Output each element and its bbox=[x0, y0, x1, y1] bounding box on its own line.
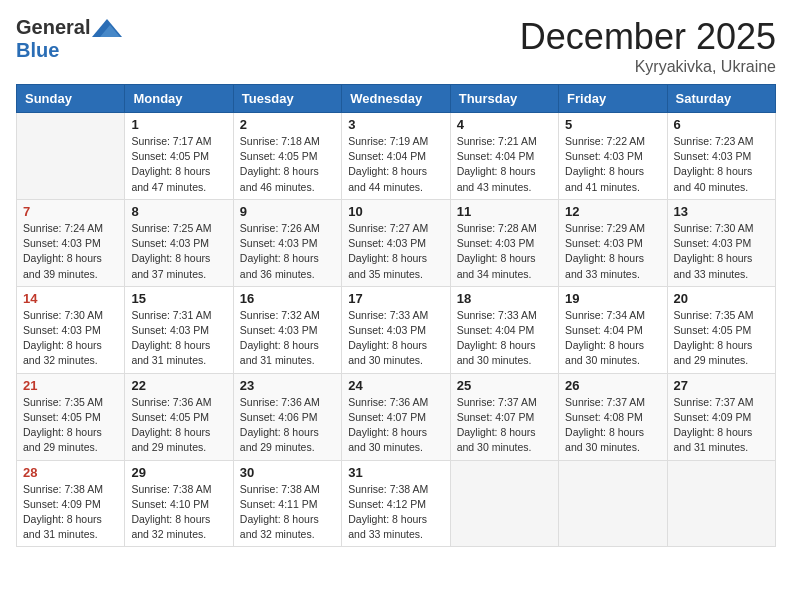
day-info: Sunrise: 7:33 AMSunset: 4:04 PMDaylight:… bbox=[457, 308, 552, 369]
day-info: Sunrise: 7:32 AMSunset: 4:03 PMDaylight:… bbox=[240, 308, 335, 369]
calendar-cell: 22Sunrise: 7:36 AMSunset: 4:05 PMDayligh… bbox=[125, 373, 233, 460]
day-info: Sunrise: 7:38 AMSunset: 4:11 PMDaylight:… bbox=[240, 482, 335, 543]
calendar-cell: 15Sunrise: 7:31 AMSunset: 4:03 PMDayligh… bbox=[125, 286, 233, 373]
calendar-cell: 5Sunrise: 7:22 AMSunset: 4:03 PMDaylight… bbox=[559, 113, 667, 200]
day-number: 11 bbox=[457, 204, 552, 219]
day-info: Sunrise: 7:18 AMSunset: 4:05 PMDaylight:… bbox=[240, 134, 335, 195]
day-number: 2 bbox=[240, 117, 335, 132]
day-info: Sunrise: 7:38 AMSunset: 4:12 PMDaylight:… bbox=[348, 482, 443, 543]
day-info: Sunrise: 7:36 AMSunset: 4:06 PMDaylight:… bbox=[240, 395, 335, 456]
calendar-cell: 8Sunrise: 7:25 AMSunset: 4:03 PMDaylight… bbox=[125, 199, 233, 286]
day-number: 14 bbox=[23, 291, 118, 306]
day-number: 19 bbox=[565, 291, 660, 306]
day-info: Sunrise: 7:27 AMSunset: 4:03 PMDaylight:… bbox=[348, 221, 443, 282]
day-info: Sunrise: 7:21 AMSunset: 4:04 PMDaylight:… bbox=[457, 134, 552, 195]
day-number: 27 bbox=[674, 378, 769, 393]
day-number: 30 bbox=[240, 465, 335, 480]
column-header-thursday: Thursday bbox=[450, 85, 558, 113]
calendar-cell: 21Sunrise: 7:35 AMSunset: 4:05 PMDayligh… bbox=[17, 373, 125, 460]
calendar-cell: 10Sunrise: 7:27 AMSunset: 4:03 PMDayligh… bbox=[342, 199, 450, 286]
day-info: Sunrise: 7:37 AMSunset: 4:08 PMDaylight:… bbox=[565, 395, 660, 456]
day-info: Sunrise: 7:30 AMSunset: 4:03 PMDaylight:… bbox=[674, 221, 769, 282]
calendar-cell: 19Sunrise: 7:34 AMSunset: 4:04 PMDayligh… bbox=[559, 286, 667, 373]
column-header-sunday: Sunday bbox=[17, 85, 125, 113]
calendar-cell: 12Sunrise: 7:29 AMSunset: 4:03 PMDayligh… bbox=[559, 199, 667, 286]
location-text: Kyryakivka, Ukraine bbox=[520, 58, 776, 76]
calendar-cell: 2Sunrise: 7:18 AMSunset: 4:05 PMDaylight… bbox=[233, 113, 341, 200]
day-number: 20 bbox=[674, 291, 769, 306]
day-info: Sunrise: 7:38 AMSunset: 4:09 PMDaylight:… bbox=[23, 482, 118, 543]
calendar-cell: 6Sunrise: 7:23 AMSunset: 4:03 PMDaylight… bbox=[667, 113, 775, 200]
page-header: General Blue December 2025 Kyryakivka, U… bbox=[16, 16, 776, 76]
column-header-wednesday: Wednesday bbox=[342, 85, 450, 113]
title-area: December 2025 Kyryakivka, Ukraine bbox=[520, 16, 776, 76]
day-number: 5 bbox=[565, 117, 660, 132]
calendar-cell: 14Sunrise: 7:30 AMSunset: 4:03 PMDayligh… bbox=[17, 286, 125, 373]
calendar-cell: 31Sunrise: 7:38 AMSunset: 4:12 PMDayligh… bbox=[342, 460, 450, 547]
day-info: Sunrise: 7:35 AMSunset: 4:05 PMDaylight:… bbox=[23, 395, 118, 456]
day-info: Sunrise: 7:35 AMSunset: 4:05 PMDaylight:… bbox=[674, 308, 769, 369]
day-number: 8 bbox=[131, 204, 226, 219]
calendar-cell: 16Sunrise: 7:32 AMSunset: 4:03 PMDayligh… bbox=[233, 286, 341, 373]
day-info: Sunrise: 7:34 AMSunset: 4:04 PMDaylight:… bbox=[565, 308, 660, 369]
column-header-saturday: Saturday bbox=[667, 85, 775, 113]
day-info: Sunrise: 7:37 AMSunset: 4:09 PMDaylight:… bbox=[674, 395, 769, 456]
calendar-week-3: 14Sunrise: 7:30 AMSunset: 4:03 PMDayligh… bbox=[17, 286, 776, 373]
day-number: 26 bbox=[565, 378, 660, 393]
column-header-monday: Monday bbox=[125, 85, 233, 113]
column-header-tuesday: Tuesday bbox=[233, 85, 341, 113]
month-title: December 2025 bbox=[520, 16, 776, 58]
calendar-cell: 7Sunrise: 7:24 AMSunset: 4:03 PMDaylight… bbox=[17, 199, 125, 286]
calendar-cell: 20Sunrise: 7:35 AMSunset: 4:05 PMDayligh… bbox=[667, 286, 775, 373]
calendar-week-2: 7Sunrise: 7:24 AMSunset: 4:03 PMDaylight… bbox=[17, 199, 776, 286]
calendar-cell bbox=[667, 460, 775, 547]
day-number: 24 bbox=[348, 378, 443, 393]
calendar-cell: 30Sunrise: 7:38 AMSunset: 4:11 PMDayligh… bbox=[233, 460, 341, 547]
day-number: 12 bbox=[565, 204, 660, 219]
calendar-cell: 28Sunrise: 7:38 AMSunset: 4:09 PMDayligh… bbox=[17, 460, 125, 547]
calendar-cell: 23Sunrise: 7:36 AMSunset: 4:06 PMDayligh… bbox=[233, 373, 341, 460]
calendar-cell: 26Sunrise: 7:37 AMSunset: 4:08 PMDayligh… bbox=[559, 373, 667, 460]
day-number: 23 bbox=[240, 378, 335, 393]
day-info: Sunrise: 7:38 AMSunset: 4:10 PMDaylight:… bbox=[131, 482, 226, 543]
day-number: 28 bbox=[23, 465, 118, 480]
day-info: Sunrise: 7:29 AMSunset: 4:03 PMDaylight:… bbox=[565, 221, 660, 282]
day-info: Sunrise: 7:31 AMSunset: 4:03 PMDaylight:… bbox=[131, 308, 226, 369]
day-number: 18 bbox=[457, 291, 552, 306]
day-info: Sunrise: 7:26 AMSunset: 4:03 PMDaylight:… bbox=[240, 221, 335, 282]
calendar-table: SundayMondayTuesdayWednesdayThursdayFrid… bbox=[16, 84, 776, 547]
day-number: 4 bbox=[457, 117, 552, 132]
calendar-cell bbox=[17, 113, 125, 200]
calendar-week-5: 28Sunrise: 7:38 AMSunset: 4:09 PMDayligh… bbox=[17, 460, 776, 547]
calendar-cell: 18Sunrise: 7:33 AMSunset: 4:04 PMDayligh… bbox=[450, 286, 558, 373]
day-info: Sunrise: 7:28 AMSunset: 4:03 PMDaylight:… bbox=[457, 221, 552, 282]
day-info: Sunrise: 7:36 AMSunset: 4:05 PMDaylight:… bbox=[131, 395, 226, 456]
day-number: 31 bbox=[348, 465, 443, 480]
day-number: 9 bbox=[240, 204, 335, 219]
day-number: 29 bbox=[131, 465, 226, 480]
day-number: 16 bbox=[240, 291, 335, 306]
calendar-cell: 11Sunrise: 7:28 AMSunset: 4:03 PMDayligh… bbox=[450, 199, 558, 286]
calendar-cell: 27Sunrise: 7:37 AMSunset: 4:09 PMDayligh… bbox=[667, 373, 775, 460]
calendar-cell: 25Sunrise: 7:37 AMSunset: 4:07 PMDayligh… bbox=[450, 373, 558, 460]
day-number: 17 bbox=[348, 291, 443, 306]
day-number: 7 bbox=[23, 204, 118, 219]
calendar-cell: 4Sunrise: 7:21 AMSunset: 4:04 PMDaylight… bbox=[450, 113, 558, 200]
day-info: Sunrise: 7:25 AMSunset: 4:03 PMDaylight:… bbox=[131, 221, 226, 282]
day-number: 25 bbox=[457, 378, 552, 393]
logo: General Blue bbox=[16, 16, 122, 62]
day-info: Sunrise: 7:19 AMSunset: 4:04 PMDaylight:… bbox=[348, 134, 443, 195]
calendar-cell: 1Sunrise: 7:17 AMSunset: 4:05 PMDaylight… bbox=[125, 113, 233, 200]
day-info: Sunrise: 7:36 AMSunset: 4:07 PMDaylight:… bbox=[348, 395, 443, 456]
day-info: Sunrise: 7:33 AMSunset: 4:03 PMDaylight:… bbox=[348, 308, 443, 369]
calendar-cell bbox=[559, 460, 667, 547]
day-number: 6 bbox=[674, 117, 769, 132]
calendar-header-row: SundayMondayTuesdayWednesdayThursdayFrid… bbox=[17, 85, 776, 113]
day-info: Sunrise: 7:37 AMSunset: 4:07 PMDaylight:… bbox=[457, 395, 552, 456]
logo-general-text: General bbox=[16, 16, 90, 39]
calendar-cell: 3Sunrise: 7:19 AMSunset: 4:04 PMDaylight… bbox=[342, 113, 450, 200]
calendar-cell: 17Sunrise: 7:33 AMSunset: 4:03 PMDayligh… bbox=[342, 286, 450, 373]
logo-blue-text: Blue bbox=[16, 39, 59, 62]
day-info: Sunrise: 7:30 AMSunset: 4:03 PMDaylight:… bbox=[23, 308, 118, 369]
calendar-week-1: 1Sunrise: 7:17 AMSunset: 4:05 PMDaylight… bbox=[17, 113, 776, 200]
